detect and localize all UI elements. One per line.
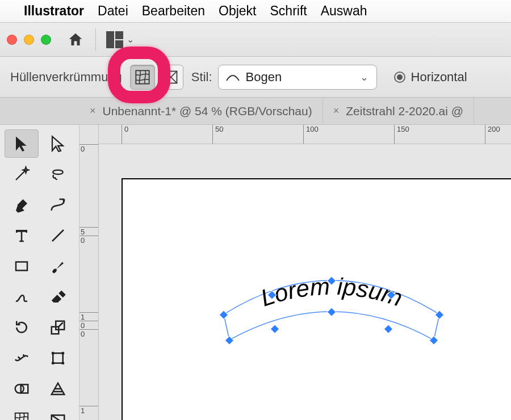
scale-icon — [49, 319, 66, 336]
hruler-tick: 100 — [303, 125, 319, 144]
rotate-icon — [13, 319, 30, 336]
svg-point-11 — [51, 362, 54, 364]
mac-menubar: Illustrator Datei Bearbeiten Objekt Schr… — [0, 0, 511, 23]
shaper-icon — [13, 288, 30, 305]
workspace-switcher[interactable]: ⌄ — [106, 31, 134, 48]
canvas-area: 0 5 0 1 0 0 1 0 50 100 150 200 — [79, 125, 511, 420]
divider — [95, 28, 96, 51]
mesh-tool[interactable] — [5, 405, 39, 420]
pen-icon — [13, 196, 30, 213]
horizontal-ruler[interactable]: 0 50 100 150 200 — [99, 125, 511, 144]
chevron-down-icon: ⌄ — [360, 71, 368, 83]
document-tab-title: Unbenannt-1* @ 54 % (RGB/Vorschau) — [103, 104, 312, 118]
menu-edit[interactable]: Bearbeiten — [142, 3, 205, 19]
home-button[interactable] — [66, 30, 85, 49]
hruler-tick: 50 — [212, 125, 223, 144]
document-tab[interactable]: × Unbenannt-1* @ 54 % (RGB/Vorschau) — [79, 98, 323, 124]
magic-wand-tool[interactable] — [5, 160, 39, 188]
radio-icon — [394, 72, 405, 83]
horizontal-label: Horizontal — [411, 70, 467, 85]
direct-selection-icon — [49, 135, 66, 152]
lasso-tool[interactable] — [41, 160, 75, 188]
arc-style-icon — [225, 72, 240, 83]
workspace-icon — [106, 31, 123, 48]
app-toolbar-top: ⌄ — [0, 23, 511, 57]
warped-text-object[interactable]: Lorem ipsum — [212, 252, 451, 354]
shape-builder-icon — [13, 380, 30, 397]
svg-rect-5 — [16, 262, 27, 271]
selection-tool[interactable] — [5, 129, 39, 158]
vruler-tick: 0 — [79, 236, 98, 245]
curvature-tool[interactable] — [41, 191, 75, 219]
eraser-icon — [49, 288, 66, 305]
menu-select[interactable]: Auswah — [321, 3, 367, 19]
canvas[interactable]: Lorem ipsum — [99, 144, 511, 420]
svg-point-9 — [51, 352, 54, 355]
rectangle-icon — [13, 258, 30, 275]
svg-point-12 — [61, 362, 64, 364]
svg-point-10 — [61, 352, 64, 355]
brush-icon — [49, 258, 66, 275]
zoom-window-button[interactable] — [41, 35, 51, 45]
svg-rect-25 — [327, 308, 336, 317]
rotate-tool[interactable] — [5, 313, 39, 342]
svg-rect-23 — [429, 336, 438, 345]
shaper-tool[interactable] — [5, 283, 39, 311]
direct-selection-tool[interactable] — [41, 129, 75, 158]
svg-rect-22 — [225, 336, 234, 345]
warp-style-value: Bogen — [246, 70, 282, 85]
menu-type[interactable]: Schrift — [270, 3, 307, 19]
menu-object[interactable]: Objekt — [219, 3, 256, 19]
type-tool[interactable] — [5, 221, 39, 250]
pen-tool[interactable] — [5, 191, 39, 219]
mesh-tool-icon — [13, 411, 30, 420]
home-icon — [67, 31, 84, 48]
warp-style-dropdown[interactable]: Bogen ⌄ — [218, 65, 377, 90]
tools-panel — [0, 125, 79, 420]
vruler-tick: 1 — [79, 312, 98, 321]
svg-point-13 — [15, 385, 23, 393]
shape-builder-tool[interactable] — [5, 375, 39, 403]
width-tool[interactable] — [5, 344, 39, 372]
vertical-ruler[interactable]: 0 5 0 1 0 0 1 — [79, 125, 99, 420]
svg-line-4 — [52, 230, 64, 241]
vruler-tick: 1 — [79, 406, 98, 415]
main-area: 0 5 0 1 0 0 1 0 50 100 150 200 — [0, 125, 511, 420]
svg-rect-21 — [435, 310, 444, 320]
document-tab-title: Zeitstrahl 2-2020.ai @ — [346, 104, 463, 118]
gradient-tool[interactable] — [41, 405, 75, 420]
vruler-tick: 0 — [79, 144, 98, 153]
free-transform-tool[interactable] — [41, 344, 75, 372]
svg-rect-8 — [53, 353, 63, 363]
chevron-down-icon: ⌄ — [127, 34, 134, 45]
envelope-warp-toolbar: Hüllenverkrümmung Stil: Bogen ⌄ Horizont… — [0, 57, 511, 98]
app-name[interactable]: Illustrator — [24, 3, 84, 19]
line-tool[interactable] — [41, 221, 75, 250]
close-icon[interactable]: × — [90, 105, 96, 117]
hruler-tick: 0 — [122, 125, 128, 144]
vruler-tick: 0 — [79, 321, 98, 330]
type-icon — [13, 227, 30, 244]
perspective-tool[interactable] — [41, 375, 75, 403]
hruler-tick: 200 — [485, 125, 500, 144]
annotation-highlight-circle — [108, 47, 170, 103]
scale-tool[interactable] — [41, 313, 75, 342]
line-icon — [49, 227, 66, 244]
horizontal-radio[interactable]: Horizontal — [394, 70, 467, 85]
menu-file[interactable]: Datei — [98, 3, 128, 19]
minimize-window-button[interactable] — [24, 35, 34, 45]
svg-rect-29 — [384, 325, 393, 334]
svg-rect-20 — [219, 310, 228, 320]
document-tab[interactable]: × Zeitstrahl 2-2020.ai @ — [323, 98, 474, 124]
brush-tool[interactable] — [41, 252, 75, 280]
hruler-tick: 150 — [394, 125, 409, 144]
curvature-icon — [49, 196, 66, 213]
lasso-icon — [49, 166, 66, 183]
vruler-tick: 5 — [79, 227, 98, 236]
eraser-tool[interactable] — [41, 283, 75, 311]
close-icon[interactable]: × — [333, 105, 340, 117]
width-icon — [13, 350, 30, 367]
selection-icon — [13, 135, 30, 152]
rectangle-tool[interactable] — [5, 252, 39, 280]
close-window-button[interactable] — [7, 35, 17, 45]
